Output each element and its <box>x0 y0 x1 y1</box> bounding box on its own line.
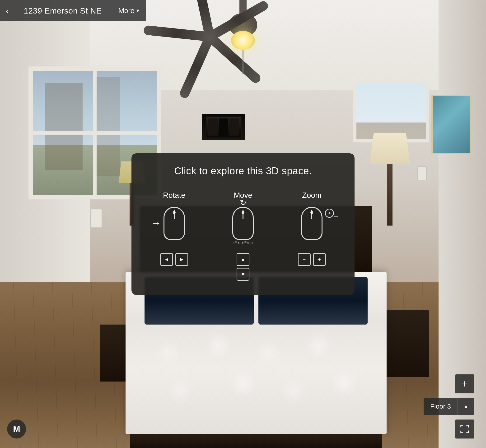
rotate-title: Rotate <box>163 191 185 200</box>
fullscreen-icon <box>459 424 470 434</box>
zoom-mouse-icon <box>301 207 322 240</box>
move-mouse-icon <box>232 207 254 240</box>
bed-mattress <box>125 272 387 434</box>
tutorial-col-rotate: Rotate ← ◄ ► <box>146 191 203 266</box>
more-chevron-icon: ▾ <box>136 8 139 14</box>
rotate-keyboard: ◄ ► <box>160 253 188 266</box>
light-switch <box>90 209 102 228</box>
floor-chevron-icon: ▲ <box>463 403 469 410</box>
move-keyboard: ▲ ▼ <box>237 253 249 281</box>
floor-chevron-button[interactable]: ▲ <box>457 398 474 415</box>
zoom-plus-key: + <box>313 253 326 266</box>
more-label: More <box>118 7 134 15</box>
rotate-mouse-icon <box>164 207 185 240</box>
outlet <box>417 166 427 180</box>
fan-light <box>231 31 255 50</box>
move-divider <box>231 248 255 248</box>
tutorial-columns: Rotate ← ◄ ► Move ↻ <box>146 191 340 281</box>
fan-pull-cord <box>243 50 243 74</box>
logo-symbol: M <box>13 424 20 434</box>
zoom-keyboard: − + <box>298 253 326 266</box>
zoom-title: Zoom <box>302 191 321 200</box>
wall-art-right <box>431 95 472 154</box>
fullscreen-button[interactable] <box>455 419 474 439</box>
property-title: 1239 Emerson St NE <box>24 6 102 16</box>
matterport-logo[interactable]: M <box>7 419 26 439</box>
rotate-left-key: ◄ <box>160 253 173 266</box>
bed-frame <box>130 434 382 448</box>
wall-art-above-bed <box>202 114 245 140</box>
move-up-key: ▲ <box>237 253 249 266</box>
tutorial-col-move: Move ↻ ▲ ▼ <box>214 191 272 281</box>
tutorial-headline: Click to explore this 3D space. <box>146 165 340 177</box>
fan-blade-3 <box>179 35 214 99</box>
tutorial-col-zoom: Zoom + − + <box>283 191 340 266</box>
zoom-minus-key: − <box>298 253 311 266</box>
floor-control: Floor 3 ▲ <box>423 398 474 415</box>
zoom-in-button[interactable]: + <box>455 374 474 393</box>
rotate-right-key: ► <box>175 253 188 266</box>
zoom-divider <box>300 248 324 248</box>
back-button[interactable]: ‹ <box>0 0 14 21</box>
more-button[interactable]: More ▾ <box>111 0 146 21</box>
bottom-right-controls: + Floor 3 ▲ <box>423 374 474 439</box>
floor-label: Floor 3 <box>423 403 457 410</box>
rotate-divider <box>162 248 186 248</box>
header-bar: ‹ 1239 Emerson St NE More ▾ <box>0 0 486 21</box>
title-area: 1239 Emerson St NE <box>14 0 111 21</box>
tutorial-overlay[interactable]: Click to explore this 3D space. Rotate ←… <box>132 153 354 295</box>
move-down-key: ▼ <box>237 268 249 281</box>
back-chevron-icon: ‹ <box>6 7 8 15</box>
zoom-in-icon: + <box>462 378 468 390</box>
